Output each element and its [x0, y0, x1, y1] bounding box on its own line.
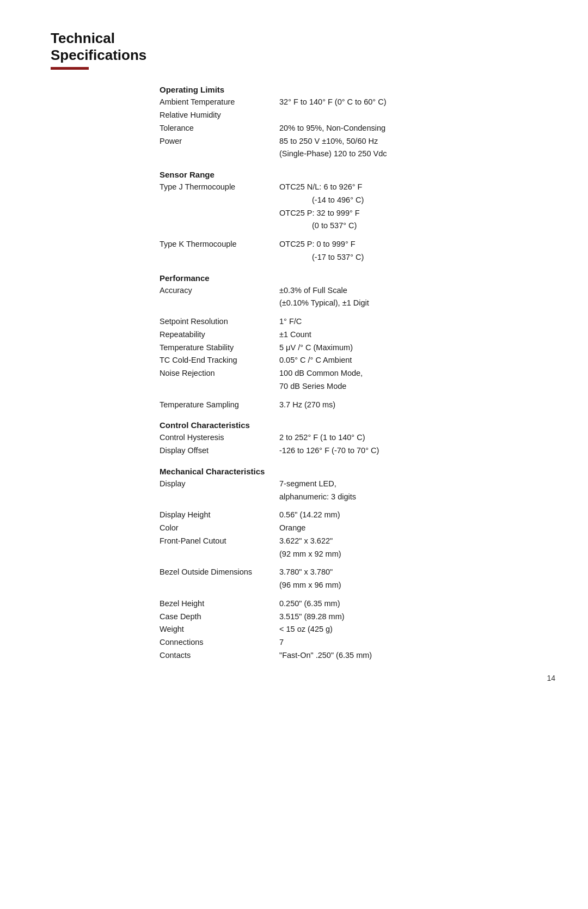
spec-value: 3.515" (89.28 mm): [279, 611, 555, 623]
spec-row: Color Orange: [160, 522, 555, 534]
spec-row: Case Depth 3.515" (89.28 mm): [160, 611, 555, 623]
title-section: Technical Specifications: [51, 30, 555, 70]
spec-label: Type J Thermocouple: [160, 181, 279, 193]
spec-value: 85 to 250 V ±10%, 50/60 Hz: [279, 136, 555, 148]
spec-label: Relative Humidity: [160, 109, 279, 121]
spec-label: Connections: [160, 637, 279, 649]
spec-row: Setpoint Resolution 1° F/C: [160, 316, 555, 328]
spec-row: Power 85 to 250 V ±10%, 50/60 Hz: [160, 136, 555, 148]
spec-value: ±0.3% of Full Scale: [279, 285, 555, 297]
spec-value: (0 to 537° C): [279, 220, 555, 232]
spec-label: Temperature Sampling: [160, 399, 279, 411]
spec-row: Bezel Height 0.250" (6.35 mm): [160, 598, 555, 610]
section-sensor-range: Sensor Range Type J Thermocouple OTC25 N…: [160, 170, 555, 264]
spec-label: Type K Thermocouple: [160, 239, 279, 251]
spec-row: Tolerance 20% to 95%, Non-Condensing: [160, 123, 555, 135]
spec-value: alphanumeric: 3 digits: [279, 491, 555, 503]
spec-value: "Fast-On" .250" (6.35 mm): [279, 650, 555, 662]
spec-row: Contacts "Fast-On" .250" (6.35 mm): [160, 650, 555, 662]
blank-row: [160, 394, 555, 399]
section-title-performance: Performance: [160, 273, 555, 283]
spec-label: Color: [160, 522, 279, 534]
spec-row: Display 7-segment LED,: [160, 478, 555, 490]
spec-label: Power: [160, 136, 279, 148]
spec-row: (96 mm x 96 mm): [160, 579, 555, 591]
spec-row: Repeatability ±1 Count: [160, 329, 555, 341]
spec-value: < 15 oz (425 g): [279, 624, 555, 636]
page-number: 14: [547, 674, 555, 682]
spec-label: Display Offset: [160, 445, 279, 457]
spec-row: Noise Rejection 100 dB Common Mode,: [160, 368, 555, 380]
spec-row: Temperature Sampling 3.7 Hz (270 ms): [160, 399, 555, 411]
spec-row: (±0.10% Typical), ±1 Digit: [160, 297, 555, 309]
page-title-line2: Specifications: [51, 47, 555, 64]
page-title-line1: Technical: [51, 30, 555, 47]
spec-label: Display: [160, 478, 279, 490]
spec-label: Display Height: [160, 509, 279, 521]
spec-value: 100 dB Common Mode,: [279, 368, 555, 380]
spec-value: (-17 to 537° C): [279, 252, 555, 264]
spec-value: 0.56" (14.22 mm): [279, 509, 555, 521]
spec-value: 0.05° C /° C Ambient: [279, 355, 555, 367]
spec-row: Display Offset -126 to 126° F (-70 to 70…: [160, 445, 555, 457]
section-mechanical-characteristics: Mechanical Characteristics Display 7-seg…: [160, 467, 555, 662]
spec-row: Type J Thermocouple OTC25 N/L: 6 to 926°…: [160, 181, 555, 193]
section-performance: Performance Accuracy ±0.3% of Full Scale…: [160, 273, 555, 411]
spec-value: (±0.10% Typical), ±1 Digit: [279, 297, 555, 309]
spec-value: 5 μV /° C (Maximum): [279, 342, 555, 354]
spec-label: Bezel Height: [160, 598, 279, 610]
spec-label: Repeatability: [160, 329, 279, 341]
spec-value: OTC25 P: 0 to 999° F: [279, 239, 555, 251]
spec-label: Weight: [160, 624, 279, 636]
spec-value: (92 mm x 92 mm): [279, 548, 555, 560]
section-operating-limits: Operating Limits Ambient Temperature 32°…: [160, 85, 555, 160]
spec-label: Front-Panel Cutout: [160, 535, 279, 547]
section-title-control-characteristics: Control Characteristics: [160, 420, 555, 430]
spec-value: 3.780" x 3.780": [279, 566, 555, 578]
spec-row: (0 to 537° C): [160, 220, 555, 232]
spec-value: 0.250" (6.35 mm): [279, 598, 555, 610]
spec-row: (-17 to 537° C): [160, 252, 555, 264]
spec-label: Accuracy: [160, 285, 279, 297]
section-title-mechanical-characteristics: Mechanical Characteristics: [160, 467, 555, 476]
spec-value: 70 dB Series Mode: [279, 381, 555, 393]
spec-row: Connections 7: [160, 637, 555, 649]
blank-row: [160, 561, 555, 566]
spec-row: Display Height 0.56" (14.22 mm): [160, 509, 555, 521]
spec-row: Type K Thermocouple OTC25 P: 0 to 999° F: [160, 239, 555, 251]
spec-label: Bezel Outside Dimensions: [160, 566, 279, 578]
spec-label: Tolerance: [160, 123, 279, 135]
spec-label: Ambient Temperature: [160, 96, 279, 108]
spec-row: Control Hysteresis 2 to 252° F (1 to 140…: [160, 432, 555, 444]
spec-label: Contacts: [160, 650, 279, 662]
spec-label: Control Hysteresis: [160, 432, 279, 444]
spec-value: 3.7 Hz (270 ms): [279, 399, 555, 411]
spec-value: OTC25 P: 32 to 999° F: [279, 208, 555, 219]
spec-value: OTC25 N/L: 6 to 926° F: [279, 181, 555, 193]
spec-row: Front-Panel Cutout 3.622" x 3.622": [160, 535, 555, 547]
section-title-operating-limits: Operating Limits: [160, 85, 555, 94]
spec-row: Ambient Temperature 32° F to 140° F (0° …: [160, 96, 555, 108]
spec-value: (Single-Phase) 120 to 250 Vdc: [279, 148, 555, 160]
blank-row: [160, 233, 555, 239]
spec-row: 70 dB Series Mode: [160, 381, 555, 393]
section-control-characteristics: Control Characteristics Control Hysteres…: [160, 420, 555, 457]
spec-label: Case Depth: [160, 611, 279, 623]
spec-row: Accuracy ±0.3% of Full Scale: [160, 285, 555, 297]
spec-label: Temperature Stability: [160, 342, 279, 354]
spec-value: 3.622" x 3.622": [279, 535, 555, 547]
blank-row: [160, 504, 555, 509]
spec-row: TC Cold-End Tracking 0.05° C /° C Ambien…: [160, 355, 555, 367]
spec-value: Orange: [279, 522, 555, 534]
spec-row: Temperature Stability 5 μV /° C (Maximum…: [160, 342, 555, 354]
spec-label: Noise Rejection: [160, 368, 279, 380]
blank-row: [160, 310, 555, 316]
spec-row: OTC25 P: 32 to 999° F: [160, 208, 555, 219]
spec-row: alphanumeric: 3 digits: [160, 491, 555, 503]
spec-label: TC Cold-End Tracking: [160, 355, 279, 367]
spec-row: (92 mm x 92 mm): [160, 548, 555, 560]
page-container: Technical Specifications Operating Limit…: [0, 0, 588, 704]
content-area: Operating Limits Ambient Temperature 32°…: [51, 85, 555, 661]
spec-value: 7: [279, 637, 555, 649]
spec-value: -126 to 126° F (-70 to 70° C): [279, 445, 555, 457]
